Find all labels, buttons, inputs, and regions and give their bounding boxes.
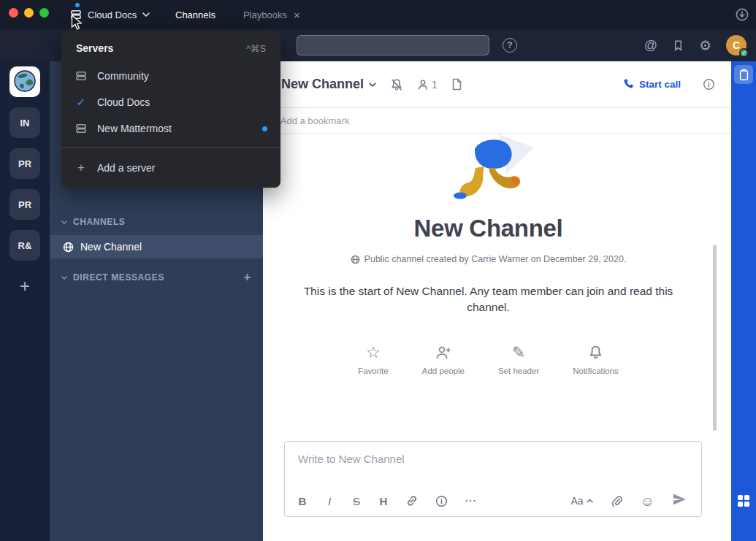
channel-info-button[interactable] bbox=[703, 78, 715, 91]
menu-item-community[interactable]: Community bbox=[61, 63, 280, 89]
update-download-button[interactable] bbox=[733, 5, 752, 24]
help-button[interactable]: ? bbox=[503, 38, 517, 53]
channel-view: New Channel 1 bbox=[263, 61, 731, 541]
team-tile-active[interactable] bbox=[9, 66, 40, 97]
header-actions: @ ⚙ C ✓ bbox=[644, 29, 747, 61]
playbooks-rail-button[interactable] bbox=[734, 65, 753, 84]
team-initials: R& bbox=[18, 240, 32, 251]
add-people-button[interactable]: Add people bbox=[422, 344, 465, 375]
star-icon: ☆ bbox=[366, 344, 381, 361]
pinned-files-button[interactable] bbox=[451, 78, 462, 91]
toggle-formatting-button[interactable]: Aa bbox=[570, 495, 592, 507]
team-sidebar: IN PR PR R& + bbox=[0, 61, 50, 541]
at-icon: @ bbox=[644, 38, 657, 53]
menu-item-label: Cloud Docs bbox=[97, 96, 150, 108]
app-window: Cloud Docs Channels Playbooks × ? @ bbox=[0, 0, 756, 541]
servers-dropdown-menu: Servers ^⌘S Community ✓ Cloud Docs New M… bbox=[61, 31, 280, 188]
close-tab-icon[interactable]: × bbox=[294, 9, 300, 20]
gear-icon: ⚙ bbox=[699, 38, 711, 53]
file-icon bbox=[451, 78, 462, 91]
favorite-label: Favorite bbox=[358, 367, 389, 375]
scrollbar-thumb[interactable] bbox=[713, 245, 717, 431]
add-server-label: Add a server bbox=[97, 162, 155, 174]
formatting-toolbar: B I S H ⋯ Aa bbox=[285, 493, 701, 509]
tab-channels[interactable]: Channels bbox=[175, 9, 215, 20]
start-call-button[interactable]: Start call bbox=[623, 78, 681, 91]
message-input[interactable]: Write to New Channel bbox=[285, 442, 701, 465]
globe-icon bbox=[351, 255, 360, 264]
team-tile[interactable]: R& bbox=[9, 230, 40, 261]
channel-intro-illustration bbox=[440, 134, 537, 207]
link-button[interactable] bbox=[405, 494, 419, 507]
message-composer: Write to New Channel B I S H ⋯ bbox=[284, 441, 702, 517]
channel-intro: New Channel Public channel created by Ca… bbox=[263, 134, 714, 375]
saved-posts-button[interactable] bbox=[672, 39, 684, 52]
channel-title: New Channel bbox=[281, 77, 364, 92]
menu-item-new-mattermost[interactable]: New Mattermost bbox=[61, 115, 280, 142]
server-unread-dot bbox=[75, 3, 80, 7]
attach-file-button[interactable] bbox=[611, 494, 623, 507]
product-switcher-button[interactable] bbox=[737, 494, 750, 510]
plus-icon: + bbox=[75, 161, 88, 175]
formatting-help-button[interactable] bbox=[435, 495, 448, 507]
pencil-icon: ✎ bbox=[512, 344, 525, 361]
more-formatting-button[interactable]: ⋯ bbox=[465, 495, 476, 507]
channel-header-right: Start call bbox=[623, 78, 715, 91]
team-tile[interactable]: PR bbox=[9, 148, 40, 179]
add-team-button[interactable]: + bbox=[9, 271, 40, 302]
channels-category-label: CHANNELS bbox=[73, 217, 125, 227]
avatar-initial: C bbox=[733, 39, 740, 51]
mute-channel-button[interactable] bbox=[390, 78, 403, 91]
send-message-button[interactable] bbox=[672, 493, 687, 509]
servers-menu-header: Servers ^⌘S bbox=[61, 38, 280, 63]
user-avatar[interactable]: C ✓ bbox=[726, 35, 747, 55]
close-window-button[interactable] bbox=[9, 8, 18, 18]
sidebar-channel-new-channel[interactable]: New Channel bbox=[50, 235, 263, 258]
online-status-badge: ✓ bbox=[739, 48, 749, 58]
italic-button[interactable]: I bbox=[324, 496, 335, 507]
bell-icon bbox=[588, 344, 603, 361]
strikethrough-button[interactable]: S bbox=[351, 496, 362, 507]
channel-header: New Channel 1 bbox=[263, 61, 731, 108]
channel-members-button[interactable]: 1 bbox=[417, 79, 438, 91]
member-count: 1 bbox=[432, 79, 438, 91]
add-direct-message-button[interactable]: + bbox=[243, 270, 251, 285]
channel-name-menu[interactable]: New Channel bbox=[281, 77, 376, 92]
add-bookmark-bar[interactable]: + Add a bookmark bbox=[263, 108, 731, 134]
search-input[interactable] bbox=[297, 35, 489, 55]
composer-right-controls: Aa ☺ bbox=[570, 493, 687, 509]
heading-button[interactable]: H bbox=[378, 496, 389, 507]
globe-icon bbox=[63, 242, 74, 253]
channel-created-meta: Public channel created by Carrie Warner … bbox=[263, 254, 714, 264]
window-controls bbox=[9, 8, 49, 18]
view-tabs: Channels Playbooks × bbox=[175, 0, 300, 29]
channels-category[interactable]: CHANNELS bbox=[50, 210, 263, 234]
menu-item-label: Community bbox=[97, 70, 149, 82]
unread-dot bbox=[262, 126, 267, 131]
minimize-window-button[interactable] bbox=[24, 8, 34, 18]
plus-icon: + bbox=[20, 276, 30, 296]
direct-messages-category[interactable]: DIRECT MESSAGES + bbox=[50, 266, 263, 289]
emoji-button[interactable]: ☺ bbox=[641, 494, 654, 508]
team-initials: PR bbox=[18, 199, 31, 210]
add-server-button[interactable]: + Add a server bbox=[61, 154, 280, 182]
bold-button[interactable]: B bbox=[297, 496, 308, 507]
fullscreen-window-button[interactable] bbox=[39, 8, 49, 18]
grid-icon bbox=[737, 497, 750, 510]
team-tile[interactable]: IN bbox=[9, 107, 40, 138]
settings-button[interactable]: ⚙ bbox=[699, 39, 711, 53]
tab-channels-label: Channels bbox=[175, 9, 215, 20]
server-tab-label: Cloud Docs bbox=[88, 9, 137, 20]
notifications-button[interactable]: Notifications bbox=[573, 344, 619, 375]
team-tile[interactable]: PR bbox=[9, 189, 40, 220]
favorite-button[interactable]: ☆ Favorite bbox=[358, 344, 389, 375]
check-icon: ✓ bbox=[742, 50, 747, 56]
team-initials: IN bbox=[20, 118, 30, 128]
set-header-button[interactable]: ✎ Set header bbox=[498, 344, 539, 375]
menu-item-cloud-docs[interactable]: ✓ Cloud Docs bbox=[61, 89, 280, 115]
mentions-button[interactable]: @ bbox=[644, 39, 657, 52]
servers-menu-shortcut: ^⌘S bbox=[246, 43, 266, 54]
add-people-label: Add people bbox=[422, 367, 465, 375]
tab-playbooks[interactable]: Playbooks × bbox=[243, 9, 300, 20]
person-plus-icon bbox=[435, 344, 452, 361]
